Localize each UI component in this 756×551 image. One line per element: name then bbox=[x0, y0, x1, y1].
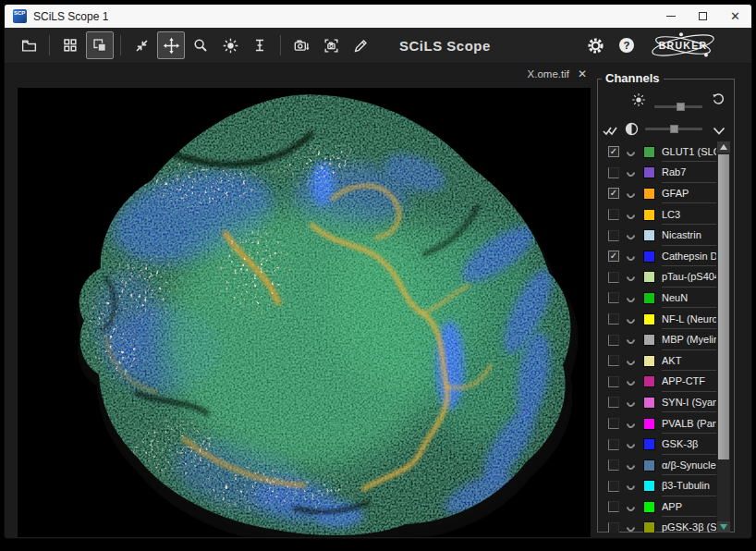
brightness-slider[interactable] bbox=[654, 105, 702, 108]
channel-color-swatch[interactable] bbox=[643, 229, 655, 241]
channel-list-scrollbar[interactable] bbox=[717, 141, 730, 533]
channel-visibility-checkbox[interactable] bbox=[608, 313, 619, 324]
channel-solo-toggle[interactable] bbox=[625, 480, 637, 492]
reset-adjustments-button[interactable] bbox=[712, 92, 726, 109]
region-snapshot-button[interactable] bbox=[317, 31, 345, 59]
channel-visibility-checkbox[interactable] bbox=[608, 481, 619, 492]
channel-color-swatch[interactable] bbox=[643, 188, 655, 200]
channel-solo-toggle[interactable] bbox=[625, 271, 637, 283]
channel-row[interactable]: PVALB (Parvalb bbox=[598, 413, 716, 435]
channel-visibility-checkbox[interactable] bbox=[608, 292, 619, 303]
channel-color-swatch[interactable] bbox=[643, 251, 655, 263]
channel-color-swatch[interactable] bbox=[643, 418, 655, 430]
channel-row[interactable]: Rab7 bbox=[598, 163, 716, 184]
channel-row[interactable]: Nicastrin bbox=[598, 225, 716, 246]
channel-solo-toggle[interactable] bbox=[625, 355, 637, 367]
tab-close-icon[interactable]: ✕ bbox=[578, 68, 587, 80]
channel-visibility-checkbox[interactable] bbox=[608, 376, 619, 387]
channel-solo-toggle[interactable] bbox=[625, 292, 637, 304]
image-canvas[interactable] bbox=[18, 88, 591, 537]
channel-color-swatch[interactable] bbox=[643, 355, 655, 367]
channel-row[interactable]: MBP (Myelin Ba bbox=[598, 329, 716, 350]
channel-row[interactable]: pTau-(pS404) ( bbox=[598, 267, 716, 288]
channel-visibility-checkbox[interactable] bbox=[608, 209, 619, 220]
channel-visibility-checkbox[interactable] bbox=[608, 335, 619, 346]
channel-row[interactable]: β3-Tubulin bbox=[598, 476, 716, 497]
channel-visibility-checkbox[interactable] bbox=[608, 272, 619, 283]
channel-visibility-checkbox[interactable] bbox=[608, 167, 619, 178]
channel-row[interactable]: α/β-Synuclein bbox=[598, 455, 716, 476]
channel-solo-toggle[interactable] bbox=[625, 522, 637, 533]
channel-color-swatch[interactable] bbox=[643, 397, 655, 409]
channel-color-swatch[interactable] bbox=[643, 209, 655, 221]
thumbnail-grid-button[interactable] bbox=[56, 31, 84, 59]
brightness-slider-handle[interactable] bbox=[677, 103, 685, 111]
channel-solo-toggle[interactable] bbox=[625, 375, 637, 387]
channel-color-swatch[interactable] bbox=[643, 334, 655, 346]
channel-solo-toggle[interactable] bbox=[625, 418, 637, 430]
channel-solo-toggle[interactable] bbox=[625, 146, 637, 158]
channel-color-swatch[interactable] bbox=[643, 375, 655, 387]
intensity-range-button[interactable] bbox=[246, 31, 274, 59]
channel-solo-toggle[interactable] bbox=[625, 188, 637, 200]
channel-color-swatch[interactable] bbox=[643, 292, 655, 304]
channel-visibility-checkbox[interactable] bbox=[608, 459, 619, 471]
channel-solo-toggle[interactable] bbox=[625, 438, 637, 450]
channel-color-swatch[interactable] bbox=[643, 438, 655, 450]
channel-solo-toggle[interactable] bbox=[625, 209, 637, 221]
channel-row[interactable]: NeuN bbox=[598, 288, 716, 309]
channel-visibility-checkbox[interactable] bbox=[608, 355, 619, 366]
settings-button[interactable] bbox=[586, 36, 605, 55]
scroll-down-button[interactable] bbox=[717, 521, 730, 533]
channel-visibility-checkbox[interactable]: ✓ bbox=[608, 146, 619, 157]
select-all-channels-button[interactable] bbox=[603, 124, 618, 141]
channel-color-swatch[interactable] bbox=[643, 459, 655, 471]
pan-move-button[interactable] bbox=[157, 31, 185, 59]
channel-color-swatch[interactable] bbox=[643, 501, 655, 513]
fit-to-view-button[interactable] bbox=[128, 31, 155, 59]
channel-row[interactable]: ✓Cathepsin D bbox=[598, 246, 716, 267]
channel-visibility-checkbox[interactable] bbox=[608, 230, 619, 241]
channel-color-swatch[interactable] bbox=[643, 313, 655, 325]
contrast-slider-handle[interactable] bbox=[670, 125, 678, 133]
channel-row[interactable]: APP bbox=[598, 496, 716, 518]
export-snapshot-button[interactable] bbox=[287, 31, 315, 59]
channel-color-swatch[interactable] bbox=[643, 271, 655, 283]
channel-color-swatch[interactable] bbox=[643, 480, 655, 492]
channel-row[interactable]: GSK-3β bbox=[598, 434, 716, 455]
contrast-slider[interactable] bbox=[645, 128, 702, 130]
channel-visibility-checkbox[interactable] bbox=[608, 418, 619, 429]
channel-solo-toggle[interactable] bbox=[625, 167, 637, 179]
collapse-panel-button[interactable] bbox=[713, 124, 726, 141]
overlay-layers-button[interactable] bbox=[86, 31, 114, 59]
channel-visibility-checkbox[interactable] bbox=[608, 501, 619, 512]
close-button[interactable]: ✕ bbox=[719, 5, 751, 28]
channel-visibility-checkbox[interactable] bbox=[608, 439, 619, 450]
channel-row[interactable]: NF-L (Neurofila bbox=[598, 309, 716, 330]
tab-x-ome-tif[interactable]: X.ome.tif ✕ bbox=[528, 68, 587, 80]
channel-row[interactable]: LC3 bbox=[598, 204, 716, 226]
channel-solo-toggle[interactable] bbox=[625, 397, 637, 409]
open-folder-button[interactable] bbox=[15, 31, 43, 59]
channel-row[interactable]: SYN-I (Syanpsi bbox=[598, 392, 716, 413]
brightness-tool-button[interactable] bbox=[216, 31, 244, 59]
channel-solo-toggle[interactable] bbox=[625, 229, 637, 241]
channel-color-swatch[interactable] bbox=[643, 166, 655, 178]
help-button[interactable]: ? bbox=[617, 36, 636, 55]
maximize-button[interactable] bbox=[687, 5, 719, 28]
channel-visibility-checkbox[interactable]: ✓ bbox=[608, 251, 619, 262]
minimize-button[interactable] bbox=[654, 5, 687, 28]
channel-solo-toggle[interactable] bbox=[625, 459, 637, 471]
scrollbar-thumb[interactable] bbox=[718, 154, 729, 459]
channel-visibility-checkbox[interactable] bbox=[608, 397, 619, 408]
scroll-up-button[interactable] bbox=[717, 141, 730, 153]
channel-visibility-checkbox[interactable]: ✓ bbox=[608, 188, 619, 199]
channel-solo-toggle[interactable] bbox=[625, 251, 637, 263]
channel-solo-toggle[interactable] bbox=[625, 313, 637, 325]
zoom-tool-button[interactable] bbox=[187, 31, 214, 59]
channel-row[interactable]: ✓GFAP bbox=[598, 183, 716, 204]
channel-row[interactable]: pGSK-3β (S9) bbox=[598, 518, 716, 533]
channel-color-swatch[interactable] bbox=[643, 521, 655, 533]
channel-visibility-checkbox[interactable] bbox=[608, 522, 619, 533]
channel-solo-toggle[interactable] bbox=[625, 334, 637, 346]
